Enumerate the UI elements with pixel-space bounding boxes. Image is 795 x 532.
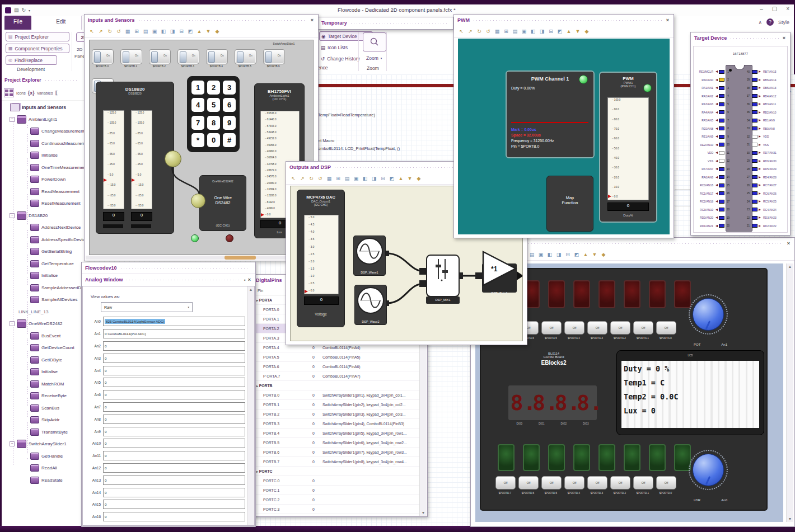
chart-icon[interactable]: ◩: [389, 175, 395, 182]
lower-icon[interactable]: ▼: [205, 28, 212, 35]
expander-icon[interactable]: [24, 334, 28, 338]
pin-row[interactable]: 26 RC7/AN27: [746, 181, 788, 190]
pin-row[interactable]: RE0/AN8 8: [694, 125, 731, 133]
grid-icon[interactable]: ▦: [124, 28, 131, 35]
layers-icon[interactable]: ▤: [529, 251, 535, 258]
channel-value-field[interactable]: 825 ComboBL0114(LightSensor ADC): [103, 317, 245, 326]
expander-icon[interactable]: −: [10, 321, 15, 326]
mirror-icon[interactable]: ◧: [546, 251, 553, 258]
digital-pin-row[interactable]: P ORTA.7 0 ComboBL0114(PinA7): [253, 371, 420, 381]
collapse-ribbon-icon[interactable]: ∧: [758, 20, 762, 25]
flip-icon[interactable]: ◨: [539, 28, 545, 35]
pwm-window[interactable]: PWM × ↖↗↻↺▦⊞▤▣◧◨⊟◩▲▼◆ PWM Channel 1 Duty…: [453, 14, 674, 238]
grid-icon[interactable]: ▦: [494, 28, 501, 35]
toggle-switch[interactable]: On: [263, 49, 285, 64]
variables-icon[interactable]: {x}: [28, 90, 35, 96]
expander-icon[interactable]: [24, 262, 28, 266]
channel-value-field[interactable]: 0: [103, 488, 245, 497]
toggle-switch[interactable]: On: [206, 49, 228, 64]
map-function-box[interactable]: Map Function: [546, 176, 593, 232]
tree-item[interactable]: GetTemperature: [2, 258, 84, 270]
pwm-channel-box[interactable]: PWM Channel 1 Duty = 0.00% Mark = 0.00us…: [506, 70, 595, 158]
drag-icon[interactable]: ↗: [97, 28, 104, 35]
chart-icon[interactable]: ◩: [187, 28, 194, 35]
expander-icon[interactable]: [24, 478, 28, 482]
expander-icon[interactable]: [24, 274, 28, 277]
tree-item[interactable]: Initialise: [2, 149, 84, 162]
expander-icon[interactable]: [24, 430, 28, 434]
tab-edit[interactable]: Edit: [47, 16, 74, 30]
zoom-dropdown[interactable]: Zoom▾: [364, 54, 384, 62]
group-icon[interactable]: ⊟: [178, 28, 185, 35]
raise-icon[interactable]: ▲: [582, 251, 589, 258]
style-label[interactable]: Style: [778, 20, 789, 25]
flip-icon[interactable]: ◨: [555, 251, 562, 258]
box-select-icon[interactable]: ⊞: [503, 28, 509, 35]
marker-icon[interactable]: ◆: [214, 28, 221, 35]
pin-row[interactable]: RD0/AN20 19: [694, 214, 731, 222]
icons-tab-label[interactable]: Icons: [16, 91, 26, 95]
quick-access-caret-icon[interactable]: ▾: [29, 8, 30, 12]
pin-row[interactable]: RE2/AN10 10: [694, 141, 731, 149]
tree-item[interactable]: TransmitByte: [2, 426, 84, 439]
keypad-key[interactable]: 2: [207, 81, 220, 95]
close-button[interactable]: ×: [786, 6, 789, 12]
pin-row[interactable]: RC0/AN16 15: [694, 181, 731, 190]
pin-row[interactable]: RA6/AN6 14: [694, 173, 731, 182]
expander-icon[interactable]: [24, 370, 28, 374]
digital-pin-row[interactable]: PORTB.1 0 SwitchArraySlider1(pin2), keyp…: [253, 400, 420, 409]
minimize-button[interactable]: –: [760, 6, 763, 12]
view-mode-dropdown[interactable]: Raw ▾: [101, 302, 193, 312]
toggle-change-history[interactable]: ↺ Change History: [319, 54, 362, 63]
channel-value-field[interactable]: 0: [103, 427, 245, 436]
pin-row[interactable]: RC3/AN19 18: [694, 206, 731, 214]
select-cursor-icon[interactable]: ↖: [458, 28, 465, 35]
keypad-key[interactable]: 9: [223, 116, 236, 130]
chart-icon[interactable]: ◩: [556, 28, 563, 35]
marker-icon[interactable]: ◆: [415, 175, 422, 182]
pin-row[interactable]: RA5/AN5 7: [694, 116, 731, 125]
port-d-button[interactable]: Off: [633, 476, 653, 489]
expander-icon[interactable]: [24, 177, 28, 181]
port-d-button[interactable]: Off: [518, 476, 539, 489]
expander-icon[interactable]: [4, 105, 8, 109]
toggle-switch[interactable]: On: [120, 49, 142, 64]
icons-tab-icon[interactable]: [4, 88, 14, 97]
pin-row[interactable]: RE1/AN9 9: [694, 133, 731, 141]
keypad-key[interactable]: 0: [207, 133, 220, 147]
digital-pin-row[interactable]: PORTC: [253, 467, 420, 476]
pin-row[interactable]: RA2/AN2 4: [694, 92, 731, 101]
macros-tab-icon[interactable]: ⟦: [55, 90, 57, 96]
digital-pin-row[interactable]: PORTB.4 0 SwitchArraySlider1(pin5), keyp…: [253, 429, 420, 438]
pin-row[interactable]: RA1/AN1 3: [694, 84, 731, 92]
tree-item[interactable]: GetIDByte: [2, 354, 84, 366]
digital-pin-row[interactable]: PORTB.7 0 SwitchArraySlider1(pin8), keyp…: [253, 457, 420, 467]
keypad-key[interactable]: 8: [207, 116, 220, 130]
vertical-scrollbar[interactable]: ▲ ▼: [786, 263, 793, 522]
expander-icon[interactable]: [24, 166, 28, 170]
target-device-window[interactable]: Target Device × 16F18877 RE3/MCLR 1 RA0/…: [690, 32, 791, 236]
expander-icon[interactable]: [24, 394, 28, 398]
mirror-icon[interactable]: ◧: [362, 175, 368, 182]
pin-row[interactable]: 35 RB2/AN10: [746, 109, 788, 117]
port-d-button[interactable]: Off: [610, 476, 630, 489]
tree-item[interactable]: − OneWireDS2482: [2, 318, 84, 330]
keypad-key[interactable]: 7: [191, 116, 204, 130]
dsp-wave1-component[interactable]: DSP_Wave1: [353, 236, 386, 276]
grid-icon[interactable]: ▦: [326, 175, 333, 182]
keypad-key[interactable]: *: [191, 133, 204, 147]
tree-item[interactable]: Initialise: [2, 366, 84, 378]
scroll-down-icon[interactable]: ▼: [420, 511, 427, 515]
expander-icon[interactable]: [24, 225, 28, 229]
pin-row[interactable]: 21 RD2/AN22: [746, 222, 788, 230]
pin-row[interactable]: 31 VSS: [746, 141, 788, 149]
expander-icon[interactable]: [24, 190, 28, 194]
tree-item[interactable]: PowerDown: [2, 173, 84, 186]
pin-row[interactable]: RA7/AN7 13: [694, 165, 731, 173]
raise-icon[interactable]: ▲: [398, 175, 404, 182]
orbit-view-icon[interactable]: ↺: [485, 28, 492, 35]
lower-icon[interactable]: ▼: [406, 175, 413, 182]
temporary-window[interactable]: Temporary: [317, 17, 453, 30]
redo-icon[interactable]: ↻: [22, 7, 26, 13]
box-select-icon[interactable]: ⊞: [335, 175, 342, 182]
